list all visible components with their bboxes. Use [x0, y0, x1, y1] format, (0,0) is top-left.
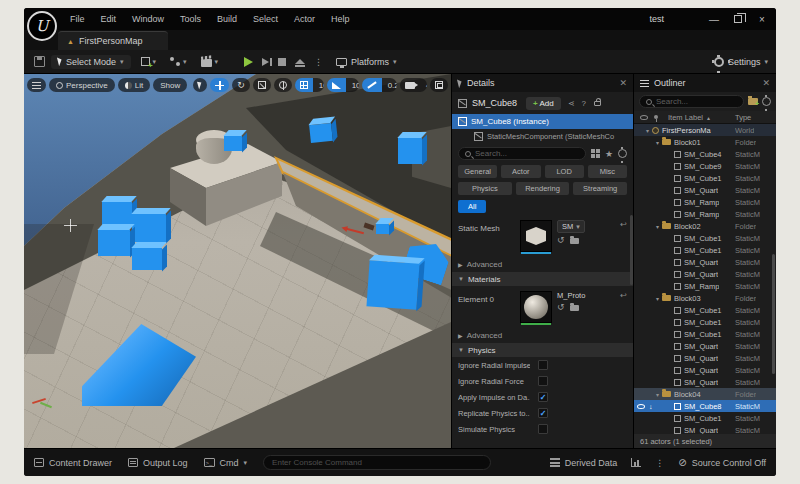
- blueprint-edit-icon[interactable]: ⋖: [568, 99, 575, 108]
- select-tool[interactable]: [193, 78, 207, 92]
- more-options-icon[interactable]: ⋮: [655, 458, 664, 468]
- component-row[interactable]: StaticMeshComponent (StaticMeshCo: [452, 129, 633, 143]
- reset-icon[interactable]: ↩: [620, 220, 627, 229]
- menu-item-edit[interactable]: Edit: [93, 8, 125, 30]
- perspective-dropdown[interactable]: Perspective: [49, 78, 115, 92]
- expander-icon[interactable]: ▾: [646, 127, 649, 134]
- outliner-row[interactable]: SM_Cube4StaticM: [634, 148, 776, 160]
- new-folder-icon[interactable]: [748, 98, 758, 105]
- menu-item-actor[interactable]: Actor: [286, 8, 323, 30]
- console-command-input[interactable]: [272, 458, 482, 467]
- menu-item-help[interactable]: Help: [323, 8, 358, 30]
- source-control-button[interactable]: ⊘ Source Control Off: [678, 457, 766, 468]
- outliner-row[interactable]: SM_QuartStaticM: [634, 256, 776, 268]
- item-label-column-header[interactable]: Item Label: [668, 113, 703, 122]
- derived-data-button[interactable]: Derived Data: [550, 458, 618, 468]
- outliner-row[interactable]: SM_QuartStaticM: [634, 376, 776, 388]
- outliner-row[interactable]: SM_RampStaticM: [634, 208, 776, 220]
- pin-down-icon[interactable]: ↓: [649, 403, 653, 410]
- outliner-scrollbar[interactable]: [772, 254, 775, 374]
- menu-item-build[interactable]: Build: [209, 8, 245, 30]
- static-mesh-select[interactable]: SM▾: [557, 220, 585, 233]
- outliner-row[interactable]: SM_Cube1StaticM: [634, 172, 776, 184]
- menu-item-tools[interactable]: Tools: [172, 8, 209, 30]
- outliner-search-input[interactable]: [656, 97, 737, 106]
- outliner-row[interactable]: SM_Cube1StaticM: [634, 412, 776, 424]
- cmd-dropdown[interactable]: >_ Cmd ▾: [204, 458, 248, 468]
- menu-item-file[interactable]: File: [62, 8, 93, 30]
- maximize-viewport-button[interactable]: [430, 78, 448, 92]
- details-search[interactable]: [458, 147, 586, 160]
- outliner-row[interactable]: SM_QuartStaticM: [634, 364, 776, 376]
- physics-checkbox[interactable]: ✓: [538, 408, 548, 418]
- play-options-menu[interactable]: ⋮: [314, 57, 323, 67]
- close-button[interactable]: ×: [756, 14, 768, 25]
- menu-item-window[interactable]: Window: [124, 8, 172, 30]
- scale-snap[interactable]: 0.25: [362, 78, 397, 92]
- outliner-row[interactable]: ▾Block03Folder: [634, 292, 776, 304]
- outliner-row[interactable]: SM_Cube1StaticM: [634, 244, 776, 256]
- visibility-column-icon[interactable]: [640, 115, 648, 120]
- physics-checkbox[interactable]: [538, 424, 548, 434]
- minimize-button[interactable]: —: [708, 14, 720, 25]
- tab-firstpersonmap[interactable]: ▲ FirstPersonMap: [58, 31, 168, 50]
- eject-button[interactable]: [295, 59, 305, 64]
- play-button[interactable]: [244, 57, 253, 67]
- use-selected-icon[interactable]: ↺: [557, 236, 565, 244]
- filter-chip-misc[interactable]: Misc: [588, 165, 627, 178]
- reset-icon[interactable]: ↩: [620, 291, 627, 300]
- outliner-row[interactable]: ▾Block02Folder: [634, 220, 776, 232]
- details-search-input[interactable]: [475, 149, 579, 158]
- outliner-row[interactable]: SM_Cube1StaticM: [634, 328, 776, 340]
- console-command-field[interactable]: [263, 455, 491, 470]
- filter-chip-physics[interactable]: Physics: [458, 182, 512, 195]
- advanced-expander[interactable]: ▶Advanced: [452, 257, 633, 272]
- expander-icon[interactable]: ▾: [656, 139, 659, 146]
- browse-icon[interactable]: [570, 238, 579, 244]
- physics-checkbox[interactable]: [538, 360, 548, 370]
- outliner-row[interactable]: ↓SM_Cube8StaticM: [634, 400, 776, 412]
- outliner-row[interactable]: SM_RampStaticM: [634, 280, 776, 292]
- settings-dropdown[interactable]: Settings ▾: [714, 57, 768, 67]
- lit-dropdown[interactable]: Lit: [118, 78, 150, 92]
- select-mode-dropdown[interactable]: Select Mode ▾: [51, 55, 131, 69]
- component-row-selected[interactable]: SM_Cube8 (Instance): [452, 114, 633, 129]
- display-options-icon[interactable]: [591, 149, 600, 158]
- outliner-row[interactable]: SM_QuartStaticM: [634, 424, 776, 434]
- add-component-button[interactable]: + Add: [526, 97, 561, 110]
- outliner-row[interactable]: SM_QuartStaticM: [634, 340, 776, 352]
- camera-speed[interactable]: 4: [400, 78, 427, 92]
- add-actor-dropdown[interactable]: ▾: [137, 55, 161, 68]
- move-tool[interactable]: [210, 78, 229, 92]
- help-icon[interactable]: ?: [581, 99, 585, 108]
- filter-chip-lod[interactable]: LOD: [545, 165, 584, 178]
- output-log-button[interactable]: Output Log: [128, 458, 188, 468]
- blueprints-dropdown[interactable]: ▾: [166, 55, 191, 68]
- world-space-toggle[interactable]: [274, 78, 292, 92]
- filter-all-button[interactable]: All: [458, 200, 486, 213]
- rotation-snap[interactable]: 10°: [327, 78, 359, 92]
- outliner-tab[interactable]: Outliner: [654, 78, 686, 88]
- physics-checkbox[interactable]: [538, 376, 548, 386]
- static-mesh-thumbnail[interactable]: [520, 220, 552, 252]
- use-selected-icon[interactable]: ↺: [557, 303, 565, 311]
- gear-icon[interactable]: [762, 97, 771, 106]
- outliner-row[interactable]: ▾FirstPersonMaWorld: [634, 124, 776, 136]
- outliner-row[interactable]: ▾Block04Folder: [634, 388, 776, 400]
- skip-frame-button[interactable]: [262, 58, 269, 66]
- material-thumbnail[interactable]: [520, 291, 552, 323]
- eye-icon[interactable]: [637, 404, 645, 409]
- platforms-dropdown[interactable]: Platforms ▾: [329, 55, 404, 69]
- filter-chip-streaming[interactable]: Streaming: [573, 182, 627, 195]
- cinematics-dropdown[interactable]: ▾: [197, 54, 223, 69]
- outliner-row[interactable]: SM_QuartStaticM: [634, 352, 776, 364]
- advanced-expander[interactable]: ▶Advanced: [452, 328, 633, 343]
- expander-icon[interactable]: ▾: [656, 295, 659, 302]
- stop-button[interactable]: [278, 58, 286, 66]
- outliner-row[interactable]: SM_Cube1StaticM: [634, 232, 776, 244]
- scale-tool[interactable]: [253, 78, 271, 92]
- restore-button[interactable]: [734, 15, 742, 23]
- expander-icon[interactable]: ▾: [656, 223, 659, 230]
- outliner-row[interactable]: SM_QuartStaticM: [634, 184, 776, 196]
- save-icon[interactable]: [34, 56, 45, 67]
